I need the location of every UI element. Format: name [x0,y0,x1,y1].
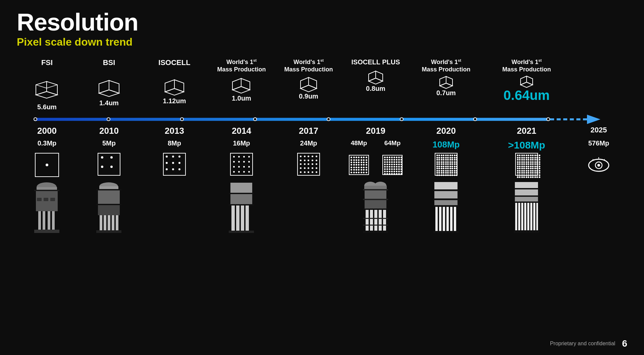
pixel-dot [353,172,355,173]
pixel-dot [532,172,534,174]
pixel-dot [517,161,519,163]
cube-fsi [31,76,63,103]
pixel-dot [528,159,529,161]
pixel-dot [456,155,458,156]
mp-48: 48Mp [351,139,367,151]
pixel-dot [451,174,453,176]
pixel-dot [443,170,444,172]
pixel-dot [447,168,449,169]
pixel-dot [398,166,400,168]
pixel-dot [523,174,525,176]
svg-rect-57 [230,183,252,193]
pixel-dot [393,157,395,158]
pixel-dot [454,168,455,169]
year-2017: 2017 [275,126,342,136]
pixel-dot [351,167,352,168]
pixel-dot [528,170,529,172]
pixel-dot [384,166,386,168]
pixel-dot [528,163,529,165]
pixel-dot [361,159,362,161]
pixel-dot [443,172,444,174]
pixel-dot [536,159,538,161]
pixel-dot [447,174,449,176]
pixel-dot [308,156,309,157]
pixel-dot [351,159,352,161]
years-row: 2000 2010 2013 2014 2017 2019 2020 2021 … [17,126,627,136]
pixel-dot [517,166,519,167]
pixel-dot [101,156,103,159]
svg-rect-38 [43,211,45,230]
pixel-dot [523,170,525,172]
pixel-dot [351,169,352,171]
pixel-dot [386,173,388,175]
pixel-dot [454,163,455,165]
pixel-dot [243,171,245,173]
svg-marker-2 [47,81,57,95]
pixel-dot [523,176,525,178]
grid-cell-2017 [275,153,342,177]
pixel-dot [521,163,523,165]
mp-2017: 24Mp [275,139,342,151]
tech-isocell: ISOCELL [158,58,190,67]
svg-rect-72 [365,200,386,209]
pixel-dot [519,159,521,161]
pixel-dot [396,157,397,158]
pixel-dot [445,174,447,176]
pixel-dot [436,168,438,169]
pixel-dot [353,157,355,158]
pixel-dot [356,172,357,173]
pixel-dot [536,174,538,176]
svg-marker-19 [369,71,376,81]
pixel-dot [441,159,442,161]
pixel-dot [517,174,519,176]
main-grid: FSI 5.6um BSI 1.4um [17,58,627,113]
svg-rect-44 [50,198,55,201]
pixel-dot [456,170,458,172]
pixel-dot [391,164,393,165]
pixel-dot [532,159,534,161]
timeline-arrow [587,115,600,124]
pixel-dot [358,167,360,168]
pixel-dot [523,155,525,156]
cs-bsi [77,181,141,233]
pixel-dot [530,170,532,172]
pixel-dot [530,159,532,161]
pixel-dot [393,166,395,168]
pixel-dot [238,166,240,168]
pixel-dot [366,167,367,168]
svg-rect-56 [96,230,121,233]
pixel-dot [521,172,523,174]
cross-section-row [17,181,627,233]
pixel-dot [436,163,438,165]
svg-rect-73 [363,209,388,210]
grid-row [17,153,627,177]
pixel-dot [519,168,521,169]
pixel-dot [521,168,523,169]
pixel-dot [530,161,532,163]
pixel-dot [366,169,367,171]
footer-text: Proprietary and confidential [550,341,615,347]
pixel-dot [449,170,451,172]
pixel-dot [243,156,245,158]
pixel-size-2017: 0.9um [299,93,318,100]
pixel-dot [356,169,357,171]
pixel-dot [238,171,240,173]
pixel-dot [443,163,444,165]
pixel-grid-2017 [297,153,320,176]
pixel-dot [353,169,355,171]
pixel-dot [454,170,455,172]
pixel-dot [312,156,313,157]
pixel-dot [391,173,393,175]
pixel-dot [300,171,302,173]
pixel-dot [441,163,442,165]
pixel-dot [519,161,521,163]
pixel-dot [517,163,519,165]
cube-2014 [230,76,252,95]
pixel-dot [456,174,458,176]
footer: Proprietary and confidential 6 [550,338,627,349]
pixel-dot [532,161,534,163]
pixel-dot [534,159,536,161]
pixel-dot [449,174,451,176]
pixel-dot [539,163,540,165]
pixel-dot [526,172,527,174]
